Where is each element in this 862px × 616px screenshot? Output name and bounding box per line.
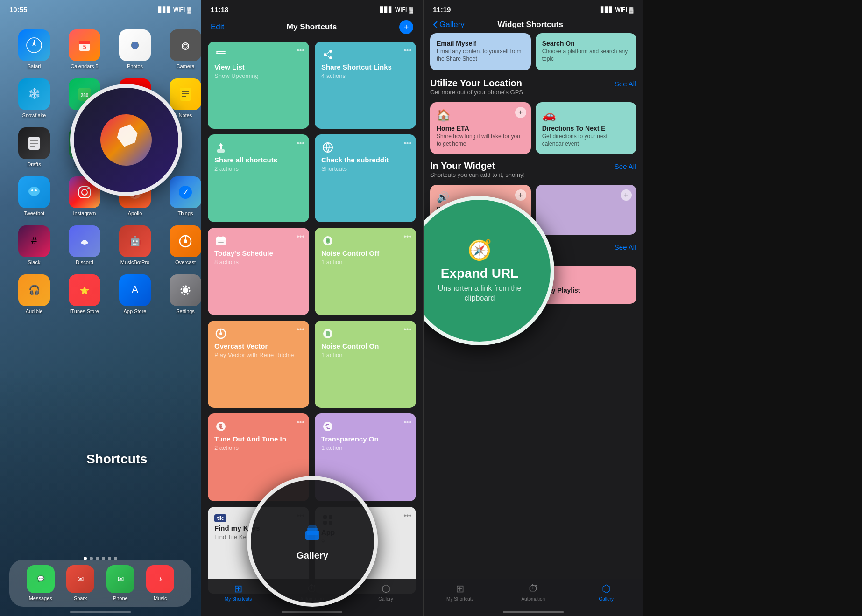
settings-icon[interactable]	[170, 274, 201, 306]
app-tweetbot[interactable]: Tweetbot	[13, 176, 55, 216]
app-settings[interactable]: Settings	[164, 274, 201, 314]
appstore-icon[interactable]: A	[119, 274, 151, 306]
more-btn-noise-off[interactable]: •••	[403, 232, 411, 241]
calendars-icon[interactable]: 5	[69, 29, 100, 61]
more-btn-overcast[interactable]: •••	[297, 325, 304, 334]
app-appstore[interactable]: A App Store	[114, 274, 156, 314]
svg-point-77	[326, 239, 329, 242]
app-snowflake[interactable]: ❄️ Snowflake	[13, 78, 55, 118]
more-btn-share-all[interactable]: •••	[297, 139, 304, 147]
shortcut-overcast[interactable]: ••• Overcast Vector Play Vector with Ren…	[208, 321, 309, 408]
dock-spark[interactable]: ✉ Spark	[66, 565, 94, 601]
camera-label: Camera	[176, 63, 194, 69]
svg-text:#: #	[31, 235, 37, 246]
svg-point-61	[324, 53, 326, 56]
svg-point-81	[220, 331, 221, 332]
shortcut-noise-on[interactable]: ••• Noise Control On 1 action	[315, 321, 416, 408]
audible-icon[interactable]: 🎧	[18, 274, 50, 306]
directions-card[interactable]: 🚗 Directions To Next E Get directions to…	[536, 102, 636, 154]
photos-icon[interactable]	[119, 29, 151, 61]
spark-icon[interactable]: ✉	[66, 565, 94, 593]
widget-see-all[interactable]: See All	[615, 162, 636, 170]
app-drafts[interactable]: Drafts	[13, 127, 55, 167]
things-icon[interactable]: ✓	[170, 176, 201, 208]
svg-marker-2	[32, 41, 36, 46]
speak-pocket-add[interactable]: +	[515, 189, 526, 201]
app-photos[interactable]: Photos	[114, 29, 156, 69]
musicbot-icon[interactable]: 🤖	[119, 225, 151, 257]
more-btn-todays-schedule[interactable]: •••	[297, 232, 304, 241]
gallery-icon-phone3: ⬡	[602, 583, 611, 595]
search-on-card[interactable]: Search On Choose a platform and search a…	[536, 33, 636, 70]
itunes-icon[interactable]: ⭐	[69, 274, 100, 306]
placeholder-add[interactable]: +	[621, 189, 632, 201]
add-shortcut-button[interactable]: +	[399, 20, 413, 34]
app-things[interactable]: ✓ Things	[164, 176, 201, 216]
messages-icon[interactable]: 💬	[27, 565, 55, 593]
tweetbot-label: Tweetbot	[24, 210, 45, 216]
edit-button[interactable]: Edit	[211, 22, 224, 32]
shortcut-name-todays-schedule: Today's Schedule	[214, 249, 303, 258]
status-bar-phone1: 10:55 ▋▋▋ WiFi ▓	[0, 0, 201, 15]
shortcut-share-links[interactable]: ••• Share Shortcut Links 4 actions	[315, 42, 416, 129]
audible-label: Audible	[26, 308, 43, 314]
my-shortcuts-title: My Shortcuts	[287, 22, 337, 32]
safari-icon[interactable]	[18, 29, 50, 61]
slack-icon[interactable]: #	[18, 225, 50, 257]
gallery-circle-overlay[interactable]: Gallery	[247, 476, 378, 607]
more-btn-app[interactable]: •••	[403, 511, 411, 520]
notes-label: Notes	[179, 112, 192, 118]
tab-my-shortcuts-phone3[interactable]: ⊞ My Shortcuts	[424, 583, 497, 602]
more-btn-check-subreddit[interactable]: •••	[403, 139, 411, 147]
home-eta-card[interactable]: + 🏠 Home ETA Share how long it will take…	[430, 102, 531, 154]
shortcuts-app-label: Shortcuts	[86, 452, 148, 467]
app-musicbot[interactable]: 🤖 MusicBotPro	[114, 225, 156, 265]
gallery-back-button[interactable]: Gallery	[433, 20, 465, 29]
tab-gallery-phone3[interactable]: ⬡ Gallery	[570, 583, 643, 602]
app-safari[interactable]: Safari	[13, 29, 55, 69]
overcast-icon[interactable]	[170, 225, 201, 257]
status-bar-phone3: 11:19 ▋▋▋ WiFi ▓	[424, 0, 643, 15]
more-btn-transparency[interactable]: •••	[403, 418, 411, 427]
dock-messages[interactable]: 💬 Messages	[27, 565, 55, 601]
gallery-tab-icon-phone2: ⬡	[382, 583, 390, 595]
app-audible[interactable]: 🎧 Audible	[13, 274, 55, 314]
shortcut-noise-off[interactable]: ••• Noise Control Off 1 action	[315, 228, 416, 315]
shortcut-share-all[interactable]: ••• Share all shortcuts 2 actions	[208, 134, 309, 222]
app-itunes[interactable]: ⭐ iTunes Store	[64, 274, 106, 314]
transparency-icon	[321, 420, 334, 433]
location-see-all[interactable]: See All	[615, 80, 636, 88]
phone-icon[interactable]: ✉	[106, 565, 134, 593]
snowflake-icon[interactable]: ❄️	[18, 78, 50, 110]
shortcut-check-subreddit[interactable]: ••• Check the subreddit Shortcuts	[315, 134, 416, 222]
tweetbot-icon[interactable]	[18, 176, 50, 208]
more-btn-noise-on[interactable]: •••	[403, 325, 411, 334]
more-btn-view-list[interactable]: •••	[297, 46, 304, 55]
svg-rect-92	[308, 525, 317, 531]
email-myself-card[interactable]: Email Myself Email any content to yourse…	[430, 33, 531, 70]
music-see-all[interactable]: See All	[615, 243, 636, 251]
app-calendars[interactable]: 5 Calendars 5	[64, 29, 106, 69]
drafts-icon[interactable]	[18, 127, 50, 159]
app-discord[interactable]: Discord	[64, 225, 106, 265]
home-eta-add-btn[interactable]: +	[515, 107, 526, 118]
share-links-icon	[321, 48, 334, 61]
tab-automation-phone3[interactable]: ⏱ Automation	[497, 583, 570, 602]
discord-icon[interactable]	[69, 225, 100, 257]
placeholder-widget-card[interactable]: +	[536, 185, 636, 235]
music-icon[interactable]: ♪	[146, 565, 174, 593]
more-btn-share-links[interactable]: •••	[403, 46, 411, 55]
svg-text:♪: ♪	[158, 575, 162, 583]
shortcut-todays-schedule[interactable]: ••• Today's Schedule 8 actions	[208, 228, 309, 315]
widget-section-desc: Shortcuts you can add to it, shomy!	[430, 171, 525, 178]
svg-rect-74	[222, 236, 224, 238]
app-camera[interactable]: Camera	[164, 29, 201, 69]
dock-phone[interactable]: ✉ Phone	[106, 565, 134, 601]
dock-music[interactable]: ♪ Music	[146, 565, 174, 601]
app-slack[interactable]: # Slack	[13, 225, 55, 265]
app-overcast[interactable]: Overcast	[164, 225, 201, 265]
more-btn-tune-out[interactable]: •••	[297, 418, 304, 427]
camera-icon[interactable]	[170, 29, 201, 61]
shortcut-view-list[interactable]: ••• View List Show Upcoming	[208, 42, 309, 129]
notes-icon[interactable]	[170, 78, 201, 110]
